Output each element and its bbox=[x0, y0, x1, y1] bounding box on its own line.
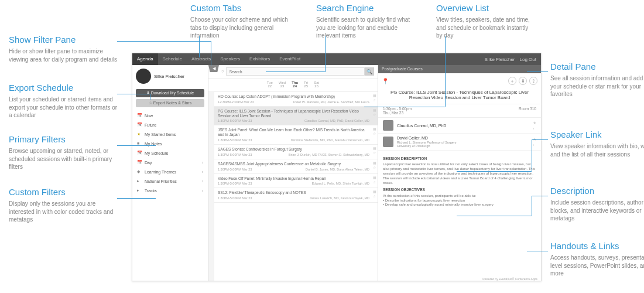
session-row[interactable]: SS12: Flexible/ Therapeutic Endoscopy an… bbox=[214, 188, 378, 203]
collapse-filter-button[interactable]: ◀ bbox=[208, 65, 219, 72]
row-title: SAGES Stories: Controversies in Foregut … bbox=[218, 147, 369, 152]
filter-label: Now bbox=[145, 114, 153, 118]
speaker-photo bbox=[383, 137, 393, 147]
filter-icon: 📅 bbox=[137, 160, 142, 165]
row-time: 1:30PM-5:00PM Mar 23 bbox=[218, 168, 252, 171]
row-title: HO Course: Lap Colon ADOPT (Immersion Pr… bbox=[218, 94, 369, 99]
annot-title: Description bbox=[550, 185, 644, 197]
star-icon[interactable]: ☆ bbox=[373, 180, 376, 184]
session-row[interactable]: SAGES Stories: Controversies in Foregut … bbox=[214, 145, 378, 159]
filter-label: Learning Themes bbox=[145, 170, 176, 174]
detail-pane: Postgraduate Courses 📍 ＋ ⬇ ⇪ PG Course: … bbox=[378, 65, 541, 281]
speaker-name: Claudius Conrad, MD, PhD bbox=[397, 124, 446, 128]
user-name: Silke Fleischer bbox=[485, 57, 515, 62]
annot-body: Hide or show filter pane to maximize vie… bbox=[9, 47, 120, 63]
annot-title: Overview List bbox=[436, 2, 536, 14]
session-row[interactable]: Video Face-Off Panel: Minimally Invasive… bbox=[214, 174, 378, 189]
obj-item: • Develop safe and oncologically sound m… bbox=[383, 203, 536, 207]
row-title: Video Face-Off Panel: Minimally Invasive… bbox=[218, 176, 369, 181]
filter-future[interactable]: 📅Future bbox=[132, 120, 208, 130]
tab-speakers[interactable]: Speakers bbox=[215, 53, 245, 65]
calendar-icon[interactable]: ▦ bbox=[373, 161, 376, 165]
obj-heading: SESSION OBJECTIVES bbox=[383, 188, 536, 192]
speaker-affiliation: Richard L. Simmons Professor of SurgeryU… bbox=[397, 141, 456, 148]
star-icon[interactable]: ★ bbox=[533, 121, 536, 125]
session-row[interactable]: HO Course: Lap Colon ADOPT (Immersion Pr… bbox=[214, 92, 378, 107]
star-icon[interactable]: ☆ bbox=[373, 113, 376, 117]
row-speakers: Claudius Conrad, MD, PhD, David Geller, … bbox=[304, 119, 369, 122]
speaker-link[interactable]: David Geller, MDRichard L. Simmons Profe… bbox=[378, 134, 541, 151]
calendar-icon[interactable]: ▦ bbox=[373, 189, 376, 193]
filter-my-starred-items[interactable]: ★My Starred Items bbox=[132, 130, 208, 139]
session-row[interactable]: JSES Joint Panel: What Can We Learn from… bbox=[214, 125, 378, 145]
download-schedule-button[interactable]: ⬇ Download My Schedule bbox=[136, 89, 204, 97]
hour-band bbox=[208, 92, 214, 281]
day-fri[interactable]: Fri25 bbox=[304, 81, 308, 88]
tab-eventpilot[interactable]: EventPilot bbox=[275, 53, 305, 65]
star-icon[interactable]: ☆ bbox=[373, 131, 376, 135]
filter-label: My Schedule bbox=[145, 151, 168, 155]
row-title: SAGES/ASMBS Joint Appropriateness Confer… bbox=[218, 162, 369, 166]
row-title: JSES Joint Panel: What Can We Learn from… bbox=[218, 128, 369, 137]
session-row[interactable]: PG Course: ILLS Joint Session - Techniqu… bbox=[214, 107, 378, 126]
filter-label: Future bbox=[145, 123, 156, 127]
export-notes-button[interactable]: ☆ Export Notes & Stars bbox=[136, 99, 204, 107]
row-time: 1:30PM-5:00PM Mar 23 bbox=[218, 196, 252, 200]
annot-body: Display only the sessions you are intere… bbox=[9, 200, 120, 224]
star-icon[interactable]: ☆ bbox=[373, 98, 376, 102]
annot-title: Speaker Link bbox=[550, 129, 644, 141]
obj-intro: At the conclusion of this session, parti… bbox=[383, 194, 536, 199]
filter-my-schedule[interactable]: 📅My Schedule bbox=[132, 148, 208, 158]
location-icon[interactable]: 📍 bbox=[382, 78, 389, 84]
day-wed[interactable]: Wed23 bbox=[279, 81, 286, 88]
day-sat[interactable]: Sat26 bbox=[314, 81, 319, 88]
calendar-icon[interactable]: ▦ bbox=[373, 146, 376, 150]
tab-exhibitors[interactable]: Exhibitors bbox=[245, 53, 275, 65]
annot-title: Custom Tabs bbox=[190, 2, 290, 14]
day-tue[interactable]: Tue22 bbox=[267, 81, 273, 88]
annot-body: Choose your color scheme and which tabs … bbox=[190, 16, 290, 40]
calendar-icon[interactable]: ▦ bbox=[373, 93, 376, 97]
tab-schedule[interactable]: Schedule bbox=[158, 53, 187, 65]
share-button[interactable]: ⇪ bbox=[529, 77, 537, 85]
help-icon[interactable]: ? bbox=[221, 69, 224, 74]
star-icon[interactable]: ☆ bbox=[373, 165, 376, 169]
app-window: AgendaScheduleAbstractsSpeakersExhibitor… bbox=[132, 53, 542, 281]
filter-label: My Starred Items bbox=[145, 132, 176, 137]
row-time: 12:30PM-2:00PM Mar 23 bbox=[218, 100, 254, 104]
filter-day[interactable]: 📅Day› bbox=[132, 158, 208, 167]
footer: Powered by EventPilot® Conference Apps bbox=[482, 277, 537, 281]
star-icon[interactable]: ☆ bbox=[373, 151, 376, 155]
calendar-icon[interactable]: ▦ bbox=[373, 127, 376, 131]
row-speakers: Edward L. Felix, MD, Shirin Towfigh, MD bbox=[312, 182, 369, 185]
filter-national-priorities[interactable]: ▸National Priorities› bbox=[132, 176, 208, 186]
row-time: 1:30PM-5:00PM Mar 23 bbox=[218, 153, 252, 156]
filter-icon: ▸ bbox=[137, 179, 142, 183]
annot-title: Custom Filters bbox=[9, 186, 120, 198]
annot-title: Show Filter Pane bbox=[9, 34, 120, 46]
speaker-link[interactable]: Claudius Conrad, MD, PhD★› bbox=[378, 118, 541, 134]
star-icon[interactable]: ☆ bbox=[373, 194, 376, 198]
calendar-icon[interactable]: ▦ bbox=[373, 175, 376, 179]
annot-body: Browse upcoming or starred, noted, or sc… bbox=[9, 147, 120, 171]
add-button[interactable]: ＋ bbox=[508, 77, 516, 85]
day-thu[interactable]: Thu24 bbox=[292, 81, 298, 88]
tab-agenda[interactable]: Agenda bbox=[132, 53, 158, 65]
search-button[interactable]: 🔍 bbox=[365, 67, 374, 76]
session-row[interactable]: SAGES/ASMBS Joint Appropriateness Confer… bbox=[214, 159, 378, 174]
logout-link[interactable]: Log Out bbox=[520, 57, 536, 62]
filter-learning-themes[interactable]: ◆Learning Themes› bbox=[132, 167, 208, 176]
day-selector: Tue22Wed23Thu24Fri25Sat26 bbox=[208, 79, 378, 92]
filter-now[interactable]: 📅Now bbox=[132, 111, 208, 120]
filter-label: Tracks bbox=[145, 189, 157, 193]
search-icon: 🔍 bbox=[366, 69, 372, 74]
filter-icon: ★ bbox=[137, 132, 142, 137]
breadcrumb: Postgraduate Courses bbox=[378, 65, 541, 73]
session-room: Room 310 bbox=[519, 107, 536, 115]
download-button[interactable]: ⬇ bbox=[519, 77, 527, 85]
calendar-icon[interactable]: ▦ bbox=[373, 108, 376, 112]
filter-my-notes[interactable]: ■My Notes bbox=[132, 139, 208, 148]
annot-body: Scientific search to quickly find what y… bbox=[316, 16, 416, 40]
filter-tracks[interactable]: ▸Tracks› bbox=[132, 186, 208, 195]
filter-icon: ▸ bbox=[137, 188, 142, 193]
